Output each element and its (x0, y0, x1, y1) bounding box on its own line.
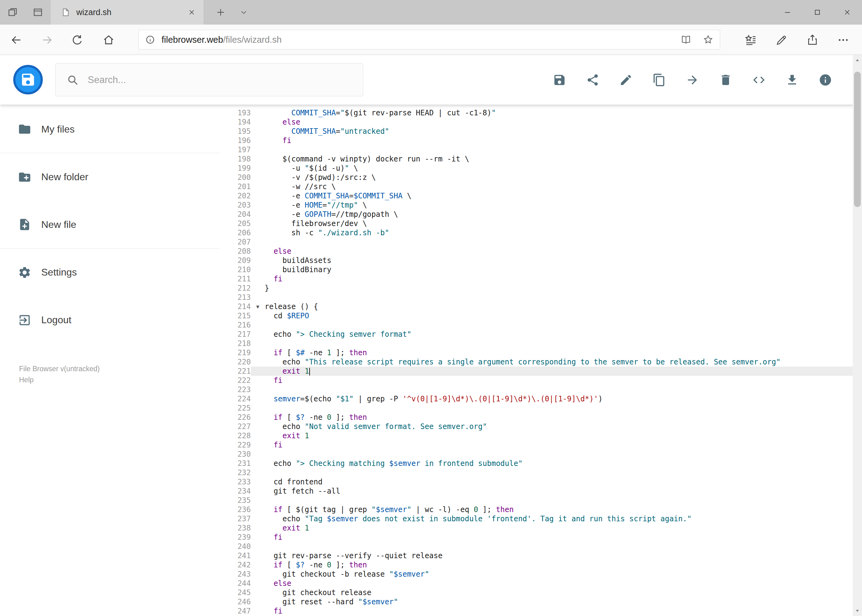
site-info-icon[interactable] (145, 35, 155, 45)
code-line[interactable]: 213 (220, 293, 853, 302)
code-line[interactable]: 228 exit 1 (220, 431, 853, 440)
search-bar[interactable] (55, 63, 363, 96)
code-line[interactable]: 238 exit 1 (220, 523, 853, 533)
scroll-up-icon[interactable] (853, 55, 862, 66)
code-line[interactable]: 227 echo "Not valid semver format. See s… (220, 422, 853, 431)
code-line[interactable]: 212} (220, 284, 853, 293)
code-line[interactable]: 215 cd $REPO (220, 311, 853, 321)
delete-button[interactable] (718, 72, 733, 87)
scroll-down-icon[interactable] (853, 605, 862, 616)
code-line[interactable]: 208 else (220, 247, 853, 256)
code-line[interactable]: 237 echo "Tag $semver does not exist in … (220, 514, 853, 523)
annotate-pen-icon[interactable] (775, 33, 789, 47)
code-line[interactable]: 221 exit 1 (220, 366, 853, 376)
home-button[interactable] (102, 33, 116, 47)
sidebar-item-new-file[interactable]: New file (0, 201, 220, 248)
share-button[interactable] (585, 72, 600, 87)
code-line[interactable]: 231 echo "> Checking matching $semver in… (220, 459, 853, 468)
code-line[interactable]: 239 fi (220, 533, 853, 542)
code-line[interactable]: 225 (220, 404, 853, 413)
filebrowser-logo[interactable] (13, 65, 43, 94)
code-line[interactable]: 202 -e COMMIT_SHA=$COMMIT_SHA \ (220, 191, 853, 201)
scrollbar-track[interactable] (853, 66, 862, 605)
sidebar-item-logout[interactable]: Logout (0, 296, 220, 344)
help-link[interactable]: Help (19, 374, 100, 385)
browser-tab[interactable]: wizard.sh (50, 0, 204, 25)
code-line[interactable]: 217 echo "> Checking semver format" (220, 330, 853, 339)
hub-favorites-icon[interactable] (744, 33, 758, 47)
code-line[interactable]: 216 (220, 321, 853, 330)
code-line[interactable]: 223 (220, 385, 853, 394)
minimize-button[interactable] (772, 0, 802, 25)
sidebar-item-new-folder[interactable]: New folder (0, 153, 220, 201)
maximize-button[interactable] (802, 0, 832, 25)
code-line[interactable]: 209 buildAssets (220, 256, 853, 265)
code-line[interactable]: 204 -e GOPATH=//tmp/gopath \ (220, 210, 853, 219)
code-line[interactable]: 195 COMMIT_SHA="untracked" (220, 127, 853, 136)
code-line[interactable]: 232 (220, 468, 853, 477)
code-line[interactable]: 247 fi (220, 607, 853, 616)
code-line[interactable]: 207 (220, 237, 853, 247)
code-line[interactable]: 199 -u "$(id -u)" \ (220, 163, 853, 173)
code-line[interactable]: 224 semver=$(echo "$1" | grep -P '^v(0|[… (220, 394, 853, 404)
code-line[interactable]: 222 fi (220, 376, 853, 385)
code-line[interactable]: 198 $(command -v winpty) docker run --rm… (220, 154, 853, 163)
code-line[interactable]: 194 else (220, 118, 853, 127)
code-view-button[interactable] (752, 72, 766, 87)
favorite-star-icon[interactable] (703, 34, 714, 45)
reading-view-icon[interactable] (681, 34, 692, 45)
code-line[interactable]: 246 git reset --hard "$semver" (220, 597, 853, 607)
copy-button[interactable] (652, 72, 667, 87)
code-line[interactable]: 196 fi (220, 136, 853, 145)
share-page-icon[interactable] (805, 33, 819, 47)
code-line[interactable]: 235 (220, 496, 853, 505)
code-line[interactable]: 219 if [ $# -ne 1 ]; then (220, 348, 853, 357)
code-line[interactable]: 243 git checkout -b release "$semver" (220, 570, 853, 579)
close-window-button[interactable] (832, 0, 862, 25)
download-button[interactable] (785, 72, 799, 87)
new-tab-button[interactable] (210, 0, 232, 25)
code-line[interactable]: 220 echo "This release script requires a… (220, 357, 853, 366)
code-line[interactable]: 193 COMMIT_SHA="$(git rev-parse HEAD | c… (220, 108, 853, 118)
sidebar-item-my-files[interactable]: My files (0, 105, 220, 153)
code-line[interactable]: 205 filebrowser/dev \ (220, 219, 853, 228)
code-line[interactable]: 233 cd frontend (220, 477, 853, 487)
code-line[interactable]: 211 fi (220, 274, 853, 284)
close-tab-icon[interactable] (188, 8, 196, 16)
code-line[interactable]: 200 -v /$(pwd):/src:z \ (220, 173, 853, 182)
code-line[interactable]: 197 (220, 145, 853, 154)
code-line[interactable]: 206 sh -c "./wizard.sh -b" (220, 228, 853, 237)
move-button[interactable] (685, 72, 700, 87)
code-line[interactable]: 244 else (220, 579, 853, 588)
page-scrollbar[interactable] (853, 55, 862, 616)
refresh-button[interactable] (70, 33, 84, 47)
code-line[interactable]: 242 if [ $? -ne 0 ]; then (220, 560, 853, 570)
sidebar-item-settings[interactable]: Settings (0, 248, 220, 296)
code-line[interactable]: 245 git checkout release (220, 588, 853, 597)
save-button[interactable] (552, 72, 567, 87)
info-button[interactable] (818, 72, 833, 87)
code-line[interactable]: 201 -w //src \ (220, 182, 853, 191)
code-line[interactable]: 234 git fetch --all (220, 487, 853, 496)
code-line[interactable]: 241 git rev-parse --verify --quiet relea… (220, 551, 853, 560)
code-line[interactable]: 203 -e HOME="//tmp" \ (220, 201, 853, 210)
scrollbar-thumb[interactable] (854, 72, 861, 207)
forward-button[interactable] (40, 33, 54, 47)
back-button[interactable] (9, 33, 24, 47)
code-line[interactable]: 214▾release () { (220, 302, 853, 311)
code-line[interactable]: 236 if [ $(git tag | grep "$semver" | wc… (220, 505, 853, 514)
code-line[interactable]: 210 buildBinary (220, 265, 853, 274)
more-options-icon[interactable] (836, 33, 850, 47)
tab-list-chevron-icon[interactable] (234, 0, 254, 25)
code-line[interactable]: 240 (220, 542, 853, 551)
address-bar[interactable]: filebrowser.web/files/wizard.sh (139, 30, 720, 50)
code-editor[interactable]: 193 COMMIT_SHA="$(git rev-parse HEAD | c… (220, 105, 853, 616)
code-line[interactable]: 229 fi (220, 440, 853, 449)
tab-preview-icon[interactable] (31, 5, 45, 19)
edit-button[interactable] (619, 72, 633, 87)
code-line[interactable]: 226 if [ $? -ne 0 ]; then (220, 413, 853, 422)
set-tabs-aside-icon[interactable] (6, 5, 20, 19)
code-line[interactable]: 230 (220, 449, 853, 459)
fold-marker-icon[interactable]: ▾ (251, 302, 265, 311)
code-line[interactable]: 218 (220, 339, 853, 348)
